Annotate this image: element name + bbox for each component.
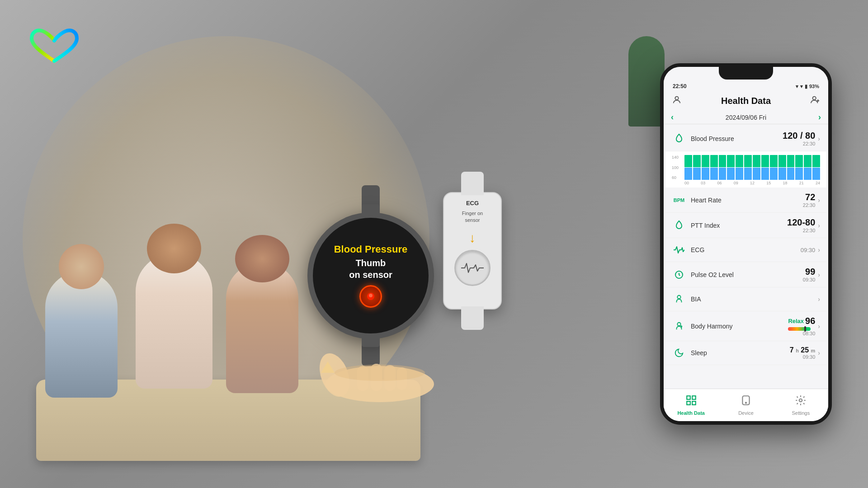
chart-bar-group bbox=[812, 155, 820, 180]
battery-percent: 93% bbox=[809, 84, 819, 89]
chart-bar-group bbox=[778, 155, 786, 180]
chart-systolic-bar bbox=[804, 155, 811, 167]
heart-rate-row[interactable]: BPM Heart Rate 72 22:30 › bbox=[665, 188, 826, 213]
date-nav: ‹ 2024/09/06 Fri › bbox=[664, 111, 828, 124]
wifi-icon: ▾ bbox=[796, 84, 798, 89]
svg-point-22 bbox=[799, 399, 802, 402]
chart-bar-group bbox=[710, 155, 718, 180]
chart-diastolic-bar bbox=[719, 168, 726, 180]
chart-diastolic-bar bbox=[761, 168, 769, 180]
bp-value: 120 / 80 bbox=[783, 131, 815, 141]
hr-chevron: › bbox=[818, 197, 820, 204]
chart-x-label: 18 bbox=[783, 181, 787, 185]
chart-x-label: 24 bbox=[816, 181, 820, 185]
chart-diastolic-bar bbox=[778, 168, 786, 180]
phone-notch bbox=[719, 67, 773, 80]
chart-bar-group bbox=[684, 155, 692, 180]
ecg-row-label: ECG bbox=[691, 246, 801, 253]
chart-systolic-bar bbox=[770, 155, 778, 167]
background-plant bbox=[628, 36, 665, 127]
chart-diastolic-bar bbox=[795, 168, 803, 180]
chart-bar-group bbox=[804, 155, 811, 180]
chart-diastolic-bar bbox=[702, 168, 709, 180]
chart-bars bbox=[684, 155, 820, 180]
harmony-badge: Relax 96 bbox=[788, 316, 815, 326]
hr-icon: BPM bbox=[672, 193, 686, 207]
status-bar: 22:50 ▾ ▾ ▮ 93% bbox=[664, 81, 828, 91]
ecg-time: 09:30 bbox=[801, 247, 816, 253]
page-title: Health Data bbox=[721, 96, 771, 106]
chart-diastolic-bar bbox=[787, 168, 795, 180]
ecg-value-container: 09:30 bbox=[801, 247, 816, 253]
chart-systolic-bar bbox=[702, 155, 709, 167]
relax-value: 96 bbox=[805, 316, 815, 326]
bia-row[interactable]: BIA › bbox=[665, 287, 826, 311]
date-display: 2024/09/06 Fri bbox=[726, 114, 766, 121]
chart-systolic-bar bbox=[812, 155, 820, 167]
harmony-chevron: › bbox=[818, 323, 820, 330]
chart-x-label: 09 bbox=[734, 181, 738, 185]
chart-systolic-bar bbox=[693, 155, 701, 167]
chart-bar-group bbox=[736, 155, 743, 180]
bp-time: 22:30 bbox=[783, 141, 815, 146]
ptt-icon bbox=[672, 218, 686, 233]
chart-bar-group bbox=[787, 155, 795, 180]
user-icon-left[interactable] bbox=[672, 95, 682, 107]
ecg-sensor-button[interactable] bbox=[454, 250, 491, 286]
o2-icon bbox=[672, 267, 686, 282]
device-nav-icon bbox=[740, 394, 752, 409]
chart-bar-group bbox=[753, 155, 760, 180]
chart-diastolic-bar bbox=[804, 168, 811, 180]
watch-container: Blood Pressure Thumb on sensor bbox=[307, 172, 502, 366]
nav-health-data[interactable]: Health Data bbox=[664, 393, 718, 418]
sleep-unit-h: h bbox=[796, 348, 799, 353]
svg-point-15 bbox=[677, 322, 680, 325]
nav-settings[interactable]: Settings bbox=[774, 393, 828, 418]
ecg-chevron: › bbox=[818, 246, 820, 253]
ptt-time: 22:30 bbox=[787, 228, 815, 233]
date-next-button[interactable]: › bbox=[818, 113, 821, 122]
chart-diastolic-bar bbox=[812, 168, 820, 180]
sleep-value-container: 7 h 25 m 09:30 bbox=[790, 346, 816, 360]
person-middle-woman bbox=[136, 253, 212, 389]
chart-systolic-bar bbox=[710, 155, 718, 167]
chart-diastolic-bar bbox=[736, 168, 743, 180]
pulse-o2-row[interactable]: Pulse O2 Level 99 09:30 › bbox=[665, 262, 826, 287]
chart-diastolic-bar bbox=[684, 168, 692, 180]
round-watch-wrapper: Blood Pressure Thumb on sensor bbox=[307, 185, 434, 366]
sleep-row[interactable]: Sleep 7 h 25 m 09:30 › bbox=[665, 341, 826, 365]
chart-x-labels: 000306091215182124 bbox=[684, 180, 820, 185]
chart-systolic-bar bbox=[719, 155, 726, 167]
chart-bar-group bbox=[744, 155, 752, 180]
chart-bar-group bbox=[770, 155, 778, 180]
chart-diastolic-bar bbox=[710, 168, 718, 180]
ptt-row[interactable]: PTT Index 120-80 22:30 › bbox=[665, 213, 826, 238]
sleep-unit-m: m bbox=[811, 348, 816, 353]
svg-rect-18 bbox=[687, 401, 690, 405]
ecg-subtitle: Finger on sensor bbox=[462, 210, 483, 224]
watch-bp-label: Blood Pressure bbox=[334, 244, 408, 255]
bottom-nav: Health Data Device Settings bbox=[664, 389, 828, 421]
svg-point-8 bbox=[335, 365, 425, 381]
y-label-100: 100 bbox=[672, 165, 679, 170]
chart-systolic-bar bbox=[736, 155, 743, 167]
chart-systolic-bar bbox=[778, 155, 786, 167]
date-prev-button[interactable]: ‹ bbox=[671, 113, 674, 122]
chart-x-label: 03 bbox=[701, 181, 705, 185]
bia-chevron: › bbox=[818, 296, 820, 303]
ecg-row[interactable]: ECG 09:30 › bbox=[665, 238, 826, 262]
chart-systolic-bar bbox=[787, 155, 795, 167]
svg-rect-19 bbox=[692, 401, 696, 405]
blood-pressure-row[interactable]: Blood Pressure 120 / 80 22:30 › bbox=[665, 126, 826, 151]
chart-diastolic-bar bbox=[770, 168, 778, 180]
o2-value-container: 99 09:30 bbox=[803, 267, 816, 282]
chart-bar-group bbox=[761, 155, 769, 180]
y-label-60: 60 bbox=[672, 175, 679, 180]
nav-device[interactable]: Device bbox=[718, 393, 773, 418]
phone-mockup: 22:50 ▾ ▾ ▮ 93% Health Data ‹ 2024/09/06… bbox=[660, 63, 832, 425]
person-elderly-man bbox=[45, 271, 118, 398]
user-add-icon[interactable] bbox=[810, 95, 820, 107]
band-watch: ECG Finger on sensor ↓ bbox=[443, 192, 502, 310]
body-harmony-row[interactable]: Body Harmony Relax 96 08:30 › bbox=[665, 311, 826, 341]
harmony-time: 08:30 bbox=[788, 331, 815, 336]
